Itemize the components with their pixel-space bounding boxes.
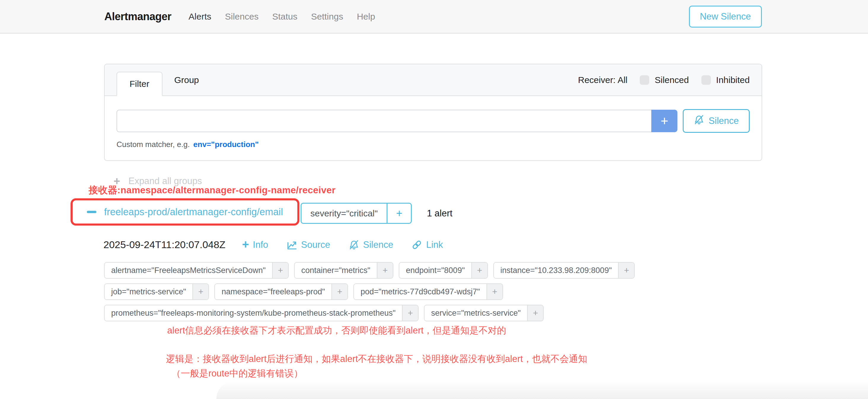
silence-button-label: Silence (709, 116, 739, 126)
label-tag-service: service="metrics-service" + (424, 305, 544, 321)
label-text: job="metrics-service" (105, 284, 192, 299)
filter-panel-header: Filter Group Receiver: All Silenced Inhi… (105, 64, 762, 96)
label-text: alertname="FreeleapsMetricsServiceDown" (105, 263, 272, 278)
tab-group[interactable]: Group (162, 68, 211, 92)
label-text: namespace="freeleaps-prod" (215, 284, 332, 299)
alert-timestamp: 2025-09-24T11:20:07.048Z (103, 239, 225, 250)
label-tag-endpoint: endpoint="8009" + (399, 262, 488, 279)
nav-item-silences[interactable]: Silences (225, 11, 258, 22)
matcher-input[interactable] (117, 110, 651, 132)
label-row: alertname="FreeleapsMetricsServiceDown" … (104, 262, 635, 279)
label-tag-pod: pod="metrics-77d9cdb497-wdsj7" + (353, 283, 503, 300)
add-filter-button[interactable]: + (332, 284, 347, 299)
annotation-highlight-box: freeleaps-prod/alertmanager-config/email (70, 198, 300, 225)
annotation-note-2-line1: 逻辑是：接收器收到alert后进行通知，如果alert不在接收器下，说明接收器没… (166, 351, 587, 366)
filter-panel: Filter Group Receiver: All Silenced Inhi… (104, 64, 762, 161)
silence-button[interactable]: Silence (683, 109, 750, 133)
silence-alert-button[interactable]: Silence (349, 240, 393, 250)
nav-item-alerts[interactable]: Alerts (189, 11, 211, 22)
tab-filter[interactable]: Filter (117, 72, 162, 96)
main-nav: Alerts Silences Status Settings Help (189, 11, 375, 22)
silenced-filter-group: Silenced (640, 75, 689, 85)
label-tag-job: job="metrics-service" + (104, 283, 209, 300)
nav-item-settings[interactable]: Settings (311, 11, 343, 22)
label-tag-namespace: namespace="freeleaps-prod" + (214, 283, 348, 300)
chain-link-icon (411, 240, 422, 250)
inhibited-label: Inhibited (716, 75, 750, 85)
alert-count: 1 alert (427, 203, 453, 224)
add-filter-button[interactable]: + (402, 305, 418, 321)
label-tag-instance: instance="10.233.98.209:8009" + (493, 262, 635, 279)
add-filter-button[interactable]: + (192, 284, 208, 299)
add-matcher-button[interactable]: + (651, 110, 677, 132)
hint-text: Custom matcher, e.g. (117, 140, 190, 149)
chart-icon (287, 240, 297, 250)
annotation-note-2: 逻辑是：接收器收到alert后进行通知，如果alert不在接收器下，说明接收器没… (166, 351, 587, 380)
add-filter-button[interactable]: + (377, 263, 393, 278)
bell-slash-icon (349, 240, 359, 250)
inhibited-checkbox[interactable] (702, 75, 711, 85)
label-row: job="metrics-service" + namespace="freel… (104, 283, 635, 300)
bottom-window-shadow (216, 380, 868, 399)
info-button-label: Info (253, 240, 268, 250)
label-row: prometheus="freeleaps-monitoring-system/… (104, 305, 635, 321)
hint-example-link[interactable]: env="production" (193, 140, 258, 149)
link-button[interactable]: Link (411, 240, 443, 250)
collapse-minus-icon (87, 211, 96, 213)
label-text: service="metrics-service" (425, 305, 527, 321)
receiver-group-link[interactable]: freeleaps-prod/alertmanager-config/email (104, 206, 283, 218)
label-tag-prometheus: prometheus="freeleaps-monitoring-system/… (104, 305, 418, 321)
label-tag-container: container="metrics" + (294, 262, 393, 279)
annotation-note-1: alert信息必须在接收器下才表示配置成功，否则即使能看到alert，但是通知是… (167, 324, 506, 337)
inhibited-filter-group: Inhibited (702, 75, 750, 85)
source-link[interactable]: Source (287, 240, 330, 250)
receiver-filter[interactable]: Receiver: All (578, 75, 627, 85)
matcher-hint: Custom matcher, e.g. env="production" (117, 140, 750, 149)
label-text: prometheus="freeleaps-monitoring-system/… (105, 305, 402, 321)
link-button-label: Link (426, 240, 443, 250)
group-matcher-add-button[interactable]: + (386, 204, 411, 223)
add-filter-button[interactable]: + (527, 305, 543, 321)
label-text: instance="10.233.98.209:8009" (494, 263, 618, 278)
add-filter-button[interactable]: + (618, 263, 634, 278)
silence-alert-label: Silence (363, 240, 393, 250)
source-link-label: Source (301, 240, 330, 250)
alert-row-header: 2025-09-24T11:20:07.048Z + Info Source (103, 239, 443, 250)
top-navbar: Alertmanager Alerts Silences Status Sett… (0, 0, 868, 33)
annotation-receiver-note: 接收器:namespace/altermanager-config-name/r… (89, 184, 336, 197)
filter-options: Receiver: All Silenced Inhibited (578, 64, 750, 95)
plus-icon: + (242, 238, 249, 250)
nav-item-status[interactable]: Status (272, 11, 297, 22)
annotation-note-2-line2: （一般是route中的逻辑有错误） (166, 366, 587, 380)
group-matcher-button: severity="critical" + (301, 203, 412, 224)
alert-labels: alertname="FreeleapsMetricsServiceDown" … (104, 262, 635, 326)
app-title: Alertmanager (104, 10, 172, 23)
add-filter-button[interactable]: + (487, 284, 502, 299)
add-filter-button[interactable]: + (272, 263, 288, 278)
bell-slash-icon (694, 115, 704, 127)
new-silence-button[interactable]: New Silence (689, 6, 762, 28)
label-text: container="metrics" (295, 263, 377, 278)
label-text: endpoint="8009" (399, 263, 471, 278)
alert-actions: + Info Source Silence (242, 240, 443, 250)
group-matcher-label[interactable]: severity="critical" (302, 204, 386, 223)
label-tag-alertname: alertname="FreeleapsMetricsServiceDown" … (104, 262, 289, 279)
silenced-checkbox[interactable] (640, 75, 649, 85)
add-filter-button[interactable]: + (471, 263, 487, 278)
info-button[interactable]: + Info (242, 240, 268, 250)
filter-panel-body: + Silence Custom matcher, e.g. env="prod… (105, 96, 762, 149)
silenced-label: Silenced (655, 75, 689, 85)
label-text: pod="metrics-77d9cdb497-wdsj7" (354, 284, 487, 299)
nav-item-help[interactable]: Help (357, 11, 375, 22)
